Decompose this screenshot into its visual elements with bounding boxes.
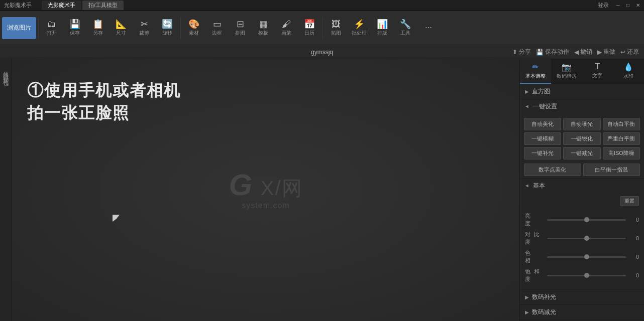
border-icon: ▭ (213, 20, 222, 29)
batch-icon: ⚡ (354, 20, 365, 29)
save-action[interactable]: 💾 保存动作 (536, 48, 569, 56)
filename: gymssjq (311, 49, 333, 56)
save-button[interactable]: 💾 保存 (64, 18, 86, 39)
minimize-btn[interactable]: ─ (614, 1, 622, 9)
border-button[interactable]: ▭ 边框 (206, 18, 228, 39)
one-sharpen-btn[interactable]: 一键锐化 (563, 132, 600, 145)
tab-text[interactable]: T 文字 (582, 59, 613, 84)
hue-track[interactable] (547, 256, 626, 258)
watermark-url: system.com (229, 201, 302, 210)
watermark-g: G X/网 (229, 170, 302, 200)
auto-whitebalance-btn[interactable]: 自动白平衡 (603, 118, 640, 130)
serious-wb-btn[interactable]: 严重白平衡 (603, 132, 640, 145)
right-panel-tabs: ✏ 基本调整 📷 数码暗房 T 文字 💧 水印 (520, 59, 644, 84)
brightness-thumb[interactable] (584, 217, 589, 222)
canvas-content: ①使用手机或者相机 拍一张正脸照 G X/网 system.com (12, 59, 519, 321)
rotate-icon: 🔄 (162, 20, 173, 29)
contrast-row: 对 比 度 0 (525, 231, 639, 246)
text-tab-icon: T (595, 62, 600, 71)
tab-darkroom[interactable]: 📷 数码暗房 (551, 59, 582, 84)
expand-icon: 🖼 (332, 20, 341, 29)
saturation-value: 0 (629, 272, 639, 278)
one-blur-btn[interactable]: 一键模糊 (524, 132, 561, 145)
open-button[interactable]: 🗂 打开 (41, 18, 63, 39)
wb-finger-btn[interactable]: 白平衡一指温 (583, 164, 640, 176)
brightness-label: 亮 度 (525, 212, 544, 227)
sidebar-gift-item[interactable]: 领 腾 讯 视 频 礼 包 (2, 64, 10, 79)
one-fill-btn[interactable]: 一键补光 (524, 147, 561, 159)
calendar-button[interactable]: 📅 日历 (298, 18, 320, 39)
saturation-thumb[interactable] (584, 273, 589, 278)
redo-action[interactable]: ▶ 重做 (597, 48, 615, 56)
undo-action[interactable]: ◀ 撤销 (574, 48, 592, 56)
digital-fill-header[interactable]: ▶ 数码补光 (520, 290, 644, 304)
maximize-btn[interactable]: □ (624, 1, 632, 9)
template-icon: ▦ (259, 20, 268, 29)
contrast-thumb[interactable] (584, 236, 589, 241)
window-controls: 登录 ─ □ ✕ (595, 1, 642, 9)
digital-reduce-header[interactable]: ▶ 数码减光 (520, 305, 644, 319)
crop-button[interactable]: ✂ 裁剪 (133, 18, 155, 39)
digital-reduce-arrow: ▶ (525, 309, 529, 315)
close-btn[interactable]: ✕ (634, 1, 642, 9)
filenamebar: gymssjq ⬆ 分享 💾 保存动作 ◀ 撤销 ▶ 重做 ↩ 还原 (0, 45, 644, 59)
paint-icon: 🖌 (282, 20, 291, 29)
brightness-track[interactable] (547, 219, 626, 221)
tab-main[interactable]: 光影魔术手 (42, 1, 81, 10)
tab-watermark[interactable]: 💧 水印 (613, 59, 644, 84)
toolbar: 浏览图片 🗂 打开 💾 保存 📋 另存 📐 尺寸 ✂ 裁剪 🔄 旋转 🎨 素材 … (0, 11, 644, 45)
rotate-button[interactable]: 🔄 旋转 (156, 18, 178, 39)
brightness-value: 0 (629, 217, 639, 223)
quick-settings-section: ▼ 一键设置 自动美化 自动曝光 自动白平衡 一键模糊 一键锐化 严重白平衡 一… (520, 99, 644, 179)
quick-settings-header[interactable]: ▼ 一键设置 (520, 99, 644, 114)
hue-label: 色 相 (525, 249, 544, 264)
action-bar: ⬆ 分享 💾 保存动作 ◀ 撤销 ▶ 重做 ↩ 还原 (512, 48, 639, 56)
darkroom-icon: 📷 (562, 62, 572, 72)
one-reduce-btn[interactable]: 一键减光 (563, 147, 600, 159)
batch-button[interactable]: ⚡ 批处理 (348, 18, 370, 39)
histogram-header[interactable]: ▶ 直方图 (520, 84, 644, 99)
template-button[interactable]: ▦ 模板 (252, 18, 274, 39)
quick-settings-grid: 自动美化 自动曝光 自动白平衡 一键模糊 一键锐化 严重白平衡 一键补光 一键减… (520, 114, 644, 164)
save-icon: 💾 (69, 20, 80, 29)
saturation-track[interactable] (547, 275, 626, 276)
high-iso-btn[interactable]: 高ISO降噪 (603, 147, 640, 159)
material-button[interactable]: 🎨 素材 (183, 18, 205, 39)
hue-value: 0 (629, 254, 639, 260)
share-action[interactable]: ⬆ 分享 (512, 48, 531, 56)
basic-section: ▼ 基本 重置 亮 度 0 对 比 度 (520, 179, 644, 290)
contrast-track[interactable] (547, 238, 626, 239)
contrast-value: 0 (629, 235, 639, 241)
reset-button[interactable]: 重置 (620, 196, 639, 206)
digital-beautify-btn[interactable]: 数字点美化 (524, 164, 581, 176)
basic-header[interactable]: ▼ 基本 (520, 179, 644, 193)
auto-exposure-btn[interactable]: 自动曝光 (563, 118, 600, 130)
canvas-text: ①使用手机或者相机 拍一张正脸照 (27, 79, 181, 124)
tab-basic-adjust[interactable]: ✏ 基本调整 (520, 59, 551, 84)
paint-button[interactable]: 🖌 画笔 (275, 18, 297, 39)
basic-arrow: ▼ (524, 184, 530, 189)
tab-tools[interactable]: 拍/工具模型 (82, 1, 124, 10)
toolbar-separator-3 (323, 17, 323, 39)
saveas-button[interactable]: 📋 另存 (87, 18, 109, 39)
auto-beautify-btn[interactable]: 自动美化 (524, 118, 561, 130)
histogram-arrow: ▶ (525, 89, 529, 94)
typeset-button[interactable]: 📊 排版 (371, 18, 393, 39)
toolbar-separator-2 (180, 17, 181, 39)
more-button[interactable]: ⋯ (417, 22, 440, 34)
saveas-icon: 📋 (92, 20, 103, 29)
digital-reduce-section: ▶ 数码减光 (520, 305, 644, 320)
login-btn[interactable]: 登录 (595, 1, 612, 9)
tool-button[interactable]: 🔧 工具 (394, 18, 416, 39)
canvas-area[interactable]: ①使用手机或者相机 拍一张正脸照 G X/网 system.com (12, 59, 519, 321)
restore-action[interactable]: ↩ 还原 (620, 48, 639, 56)
collage-button[interactable]: ⊟ 拼图 (229, 18, 251, 39)
resize-button[interactable]: 📐 尺寸 (110, 18, 132, 39)
hue-thumb[interactable] (584, 254, 589, 259)
expand-button[interactable]: 🖼 拓图 (325, 18, 347, 39)
typeset-icon: 📊 (377, 20, 388, 29)
material-icon: 🎨 (188, 20, 199, 29)
basic-controls: 重置 亮 度 0 对 比 度 0 (520, 193, 644, 289)
browse-button[interactable]: 浏览图片 (2, 17, 36, 39)
quick-special-row: 数字点美化 白平衡一指温 (520, 164, 644, 178)
